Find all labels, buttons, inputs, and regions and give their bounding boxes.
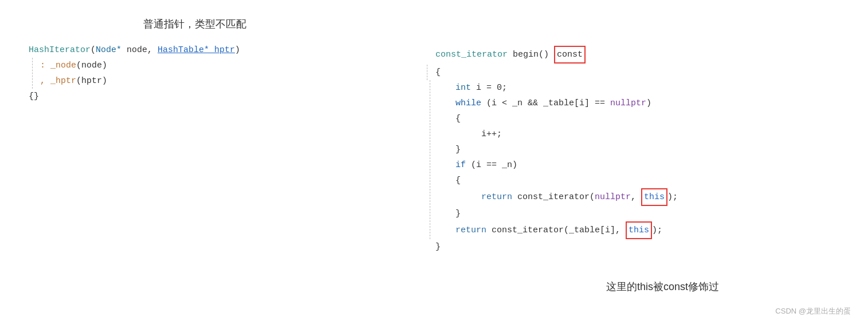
code-span: } — [455, 142, 461, 157]
code-span: if — [455, 157, 466, 173]
right-inner-block: int i = 0; while (i < _n && _table[i] ==… — [435, 80, 848, 239]
left-code-block: HashIterator(Node* node, HashTable* hptr… — [23, 42, 367, 104]
code-span: : _node — [40, 58, 76, 73]
code-span: const_iterator(_table[i], — [486, 223, 626, 238]
this-highlight-1: this — [641, 188, 667, 206]
left-title: 普通指针，类型不匹配 — [23, 17, 367, 31]
code-span: int — [455, 80, 471, 96]
code-span: ( — [91, 42, 96, 58]
code-span: i = 0; — [471, 80, 507, 96]
code-span: ) — [646, 96, 651, 111]
code-span: } — [435, 239, 441, 255]
code-span: {} — [29, 89, 39, 104]
code-span: } — [455, 206, 461, 221]
watermark: CSDN @龙里出生的蛋 — [775, 306, 851, 316]
right-line-return1: return const_iterator(nullptr, this); — [438, 188, 848, 206]
right-line-if: if (i == _n) — [438, 157, 848, 173]
code-span: (i == _n) — [466, 157, 517, 173]
code-span: { — [455, 111, 461, 126]
dashed-line — [32, 58, 33, 89]
code-span: begin() — [508, 47, 554, 62]
code-span: { — [435, 65, 441, 80]
bottom-note: 这里的this被const修饰过 — [606, 280, 719, 294]
code-line-1: HashIterator(Node* node, HashTable* hptr… — [29, 42, 367, 58]
dashed-line-right — [430, 80, 430, 239]
code-line-3: , _hptr(hptr) — [40, 73, 367, 89]
right-line-while-close: } — [438, 142, 848, 157]
right-line-iinc: i++; — [438, 126, 848, 142]
code-indent-block: : _node(node) , _hptr(hptr) — [29, 58, 367, 89]
code-span: , _hptr — [40, 73, 76, 89]
this-highlight-2: this — [626, 221, 652, 239]
code-span: while — [455, 96, 481, 111]
right-line-return2: return const_iterator(_table[i], this); — [438, 221, 848, 239]
left-panel: 普通指针，类型不匹配 HashIterator(Node* node, Hash… — [23, 17, 367, 104]
code-span: return — [455, 223, 486, 238]
code-span: Node* — [96, 42, 121, 58]
code-span: const_iterator — [435, 47, 508, 62]
code-span: ); — [667, 189, 678, 205]
code-span: return — [481, 189, 512, 205]
page-container: 普通指针，类型不匹配 HashIterator(Node* node, Hash… — [0, 0, 868, 325]
code-span: HashIterator — [29, 42, 91, 58]
code-line-2: : _node(node) — [40, 58, 367, 73]
code-span: nullptr — [595, 189, 631, 205]
code-line-4: {} — [29, 89, 367, 104]
right-header-line: const_iterator begin() const — [435, 46, 848, 64]
right-line-open: { — [435, 65, 848, 80]
code-span: i++; — [481, 126, 502, 142]
right-line-while: while (i < _n && _table[i] == nullptr) — [438, 96, 848, 111]
code-span: const_iterator( — [512, 189, 595, 205]
code-span: node, — [121, 42, 158, 58]
code-span: (hptr) — [76, 73, 107, 89]
right-panel: const_iterator begin() const { int i = 0… — [435, 46, 848, 255]
code-span: , — [631, 189, 641, 205]
right-code-block: const_iterator begin() const { int i = 0… — [435, 46, 848, 255]
code-span: HashTable* hptr — [158, 42, 235, 58]
const-highlight: const — [554, 46, 586, 64]
code-span: ) — [235, 42, 240, 58]
right-line-while-open: { — [438, 111, 848, 126]
code-span: { — [455, 173, 461, 188]
code-span: (node) — [76, 58, 107, 73]
code-span: ); — [652, 223, 662, 238]
dashed-right — [427, 65, 427, 80]
code-span: (i < _n && _table[i] == — [481, 96, 610, 111]
right-line-if-open: { — [438, 173, 848, 188]
right-line-int: int i = 0; — [438, 80, 848, 96]
code-span: nullptr — [610, 96, 646, 111]
right-line-if-close: } — [438, 206, 848, 221]
right-line-close: } — [435, 239, 848, 255]
